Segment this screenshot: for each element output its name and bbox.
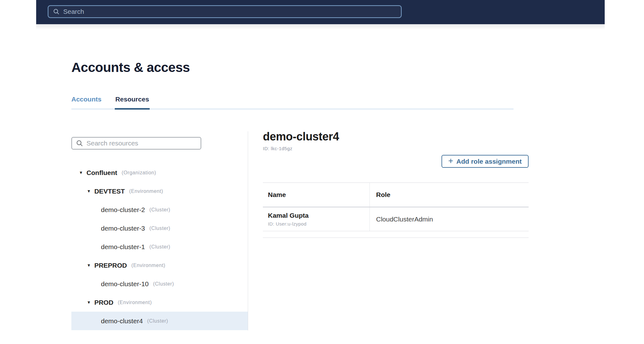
collapse-triangle-icon[interactable]: ▼ bbox=[87, 300, 91, 304]
tree-item-cluster[interactable]: demo-cluster-10 (Cluster) bbox=[71, 275, 248, 293]
resource-title: demo-cluster4 bbox=[263, 130, 605, 143]
tree-item-type: (Environment) bbox=[118, 300, 152, 305]
search-icon bbox=[76, 140, 83, 147]
collapse-triangle-icon[interactable]: ▼ bbox=[87, 263, 91, 267]
tree-item-label: demo-cluster-3 bbox=[101, 225, 145, 232]
resource-detail-panel: demo-cluster4 ID: lkc-1d5gz + Add role a… bbox=[248, 131, 605, 330]
tree-item-cluster[interactable]: demo-cluster-2 (Cluster) bbox=[71, 200, 248, 219]
tree-item-type: (Environment) bbox=[129, 188, 163, 194]
tab-accounts[interactable]: Accounts bbox=[71, 96, 102, 110]
tree-item-organization[interactable]: ▼ Confluent (Organization) bbox=[71, 163, 248, 182]
tree-item-type: (Cluster) bbox=[149, 244, 170, 250]
tree-item-label: PREPROD bbox=[94, 262, 127, 269]
table-row[interactable]: Kamal Gupta ID: User:u-lzypod CloudClust… bbox=[263, 207, 529, 231]
tree-item-label: demo-cluster-10 bbox=[101, 280, 149, 288]
tree-item-label: DEVTEST bbox=[94, 188, 125, 195]
table-footer-divider bbox=[263, 231, 529, 238]
column-header-role: Role bbox=[370, 183, 529, 207]
add-role-assignment-button[interactable]: + Add role assignment bbox=[441, 155, 529, 168]
tree-item-label: demo-cluster4 bbox=[101, 317, 143, 325]
resource-search-input[interactable] bbox=[86, 139, 201, 147]
nav-shadow-divider bbox=[36, 24, 605, 30]
resource-tree: ▼ Confluent (Organization) ▼ DEVTEST (En… bbox=[71, 163, 248, 330]
tree-item-type: (Cluster) bbox=[149, 226, 170, 231]
tree-item-type: (Cluster) bbox=[153, 281, 174, 287]
plus-icon: + bbox=[448, 157, 453, 165]
app-window: Accounts & access Accounts Resources bbox=[36, 0, 605, 344]
column-header-name: Name bbox=[263, 183, 370, 207]
global-search-input[interactable] bbox=[63, 8, 401, 15]
principal-name: Kamal Gupta bbox=[268, 212, 369, 219]
role-assignment-table: Name Role Kamal Gupta ID: User:u-lzypod … bbox=[263, 183, 529, 238]
table-header-row: Name Role bbox=[263, 183, 529, 207]
tree-item-environment[interactable]: ▼ PREPROD (Environment) bbox=[71, 256, 248, 275]
tree-item-type: (Cluster) bbox=[147, 318, 168, 324]
tree-item-type: (Environment) bbox=[131, 263, 165, 268]
resource-tree-panel: ▼ Confluent (Organization) ▼ DEVTEST (En… bbox=[71, 131, 248, 330]
tree-item-label: demo-cluster-2 bbox=[101, 206, 145, 214]
page-title: Accounts & access bbox=[71, 60, 605, 75]
tree-item-type: (Organization) bbox=[122, 170, 156, 176]
collapse-triangle-icon[interactable]: ▼ bbox=[79, 171, 83, 175]
tree-item-cluster[interactable]: demo-cluster-1 (Cluster) bbox=[71, 238, 248, 256]
resource-id: ID: lkc-1d5gz bbox=[263, 146, 605, 151]
tree-item-label: PROD bbox=[94, 299, 114, 306]
tab-resources[interactable]: Resources bbox=[115, 96, 149, 110]
role-value: CloudClusterAdmin bbox=[376, 216, 433, 223]
tree-item-type: (Cluster) bbox=[149, 207, 170, 213]
tree-item-label: demo-cluster-1 bbox=[101, 243, 145, 251]
tree-item-cluster[interactable]: demo-cluster-3 (Cluster) bbox=[71, 219, 248, 238]
tree-item-cluster-selected[interactable]: demo-cluster4 (Cluster) bbox=[71, 312, 248, 330]
add-role-assignment-label: Add role assignment bbox=[456, 158, 522, 165]
tree-item-label: Confluent bbox=[86, 169, 117, 177]
top-navigation-bar bbox=[36, 0, 605, 24]
tab-bar: Accounts Resources bbox=[71, 96, 514, 110]
tree-item-environment[interactable]: ▼ DEVTEST (Environment) bbox=[71, 182, 248, 200]
collapse-triangle-icon[interactable]: ▼ bbox=[87, 189, 91, 193]
search-icon bbox=[53, 8, 59, 15]
global-search-box[interactable] bbox=[48, 5, 402, 18]
principal-id: ID: User:u-lzypod bbox=[268, 221, 369, 227]
tree-item-environment[interactable]: ▼ PROD (Environment) bbox=[71, 293, 248, 312]
resource-search-box[interactable] bbox=[71, 137, 201, 150]
